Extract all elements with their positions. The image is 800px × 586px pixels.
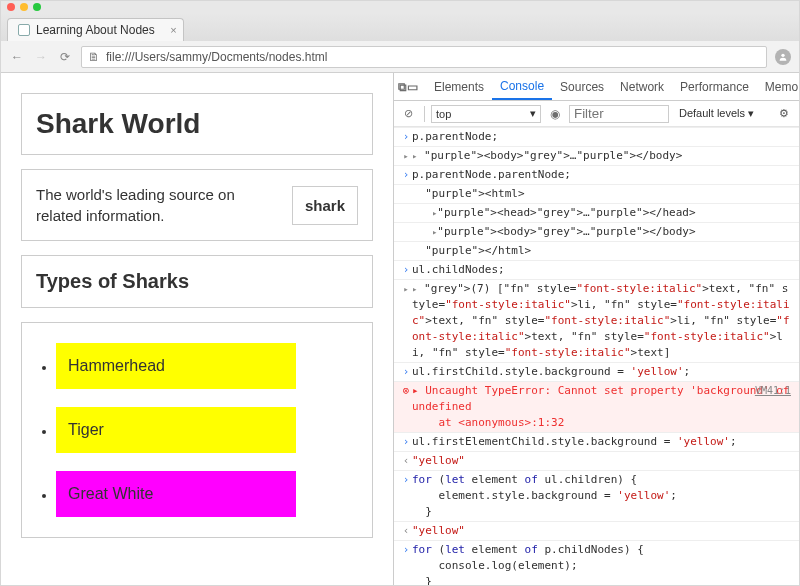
clear-console-icon[interactable]: ⊘ bbox=[398, 107, 418, 120]
console-line: ul.firstElementChild.style.background = … bbox=[394, 432, 799, 451]
log-levels-selector[interactable]: Default levels ▾ bbox=[679, 107, 754, 120]
devtools-panel: ⧉ ▭ Elements Console Sources Network Per… bbox=[394, 73, 799, 585]
favicon-icon bbox=[18, 24, 30, 36]
forward-button[interactable]: → bbox=[33, 49, 49, 65]
console-line: ▸ "purple"><body>"grey">…"purple"></body… bbox=[394, 146, 799, 165]
console-line: for (let element of ul.children) { eleme… bbox=[394, 470, 799, 521]
inspect-icon[interactable]: ⧉ bbox=[398, 80, 407, 94]
console-line: "yellow" bbox=[394, 451, 799, 470]
console-line: ul.childNodes; bbox=[394, 260, 799, 279]
console-line: p.parentNode.parentNode; bbox=[394, 165, 799, 184]
reload-button[interactable]: ⟳ bbox=[57, 49, 73, 65]
tab-close-icon[interactable]: × bbox=[170, 24, 176, 36]
console-line: ⊗▸ Uncaught TypeError: Cannot set proper… bbox=[394, 381, 799, 432]
devtools-tab-sources[interactable]: Sources bbox=[552, 73, 612, 100]
address-bar: ← → ⟳ 🗎 file:///Users/sammy/Docments/nod… bbox=[1, 41, 799, 73]
console-output[interactable]: p.parentNode;▸ "purple"><body>"grey">…"p… bbox=[394, 127, 799, 585]
console-line: ▸"purple"><body>"grey">…"purple"></body> bbox=[394, 222, 799, 241]
console-line: "purple"></html> bbox=[394, 241, 799, 260]
content-split: Shark World The world's leading source o… bbox=[1, 73, 799, 585]
url-text: file:///Users/sammy/Docments/nodes.html bbox=[106, 50, 327, 64]
console-line: ul.firstChild.style.background = 'yellow… bbox=[394, 362, 799, 381]
omnibox[interactable]: 🗎 file:///Users/sammy/Docments/nodes.htm… bbox=[81, 46, 767, 68]
devtools-tab-memory[interactable]: Memory bbox=[757, 73, 800, 100]
console-line: p.parentNode; bbox=[394, 127, 799, 146]
console-settings-icon[interactable]: ⚙ bbox=[779, 107, 795, 120]
tab-bar: Learning About Nodes × bbox=[1, 13, 799, 41]
list-item: Tiger bbox=[56, 407, 358, 453]
devtools-tabbar: ⧉ ▭ Elements Console Sources Network Per… bbox=[394, 73, 799, 101]
list-item: Hammerhead bbox=[56, 343, 358, 389]
window-titlebar bbox=[1, 1, 799, 13]
console-line: "yellow" bbox=[394, 521, 799, 540]
console-toolbar: ⊘ top▾ ◉ Default levels ▾ ⚙ bbox=[394, 101, 799, 127]
traffic-light-close[interactable] bbox=[7, 3, 15, 11]
separator bbox=[424, 106, 425, 122]
list-card: Hammerhead Tiger Great White bbox=[21, 322, 373, 538]
page-h1: Shark World bbox=[36, 108, 358, 140]
intro-card: The world's leading source on related in… bbox=[21, 169, 373, 241]
page-viewport: Shark World The world's leading source o… bbox=[1, 73, 394, 585]
eye-icon[interactable]: ◉ bbox=[545, 107, 565, 121]
back-button[interactable]: ← bbox=[9, 49, 25, 65]
console-line: ▸ "grey">(7) ["fn" style="font-style:ita… bbox=[394, 279, 799, 362]
intro-text: The world's leading source on related in… bbox=[36, 184, 280, 226]
page-h2: Types of Sharks bbox=[36, 270, 358, 293]
tab-title: Learning About Nodes bbox=[36, 23, 155, 37]
device-toggle-icon[interactable]: ▭ bbox=[407, 80, 418, 94]
context-selector[interactable]: top▾ bbox=[431, 105, 541, 123]
console-line: for (let element of p.childNodes) { cons… bbox=[394, 540, 799, 585]
intro-strong-box: shark bbox=[292, 186, 358, 225]
devtools-tab-console[interactable]: Console bbox=[492, 73, 552, 100]
profile-avatar[interactable] bbox=[775, 49, 791, 65]
shark-list: Hammerhead Tiger Great White bbox=[36, 343, 358, 517]
traffic-light-minimize[interactable] bbox=[20, 3, 28, 11]
source-link[interactable]: VM41:1 bbox=[755, 383, 791, 399]
file-icon: 🗎 bbox=[88, 50, 100, 64]
console-line: ▸"purple"><head>"grey">…"purple"></head> bbox=[394, 203, 799, 222]
devtools-tab-performance[interactable]: Performance bbox=[672, 73, 757, 100]
devtools-tab-elements[interactable]: Elements bbox=[426, 73, 492, 100]
console-line: "purple"><html> bbox=[394, 184, 799, 203]
list-item: Great White bbox=[56, 471, 358, 517]
svg-point-0 bbox=[781, 53, 784, 56]
console-filter-input[interactable] bbox=[569, 105, 669, 123]
traffic-light-zoom[interactable] bbox=[33, 3, 41, 11]
browser-tab[interactable]: Learning About Nodes × bbox=[7, 18, 184, 41]
subheading-card: Types of Sharks bbox=[21, 255, 373, 308]
heading-card: Shark World bbox=[21, 93, 373, 155]
devtools-tab-network[interactable]: Network bbox=[612, 73, 672, 100]
